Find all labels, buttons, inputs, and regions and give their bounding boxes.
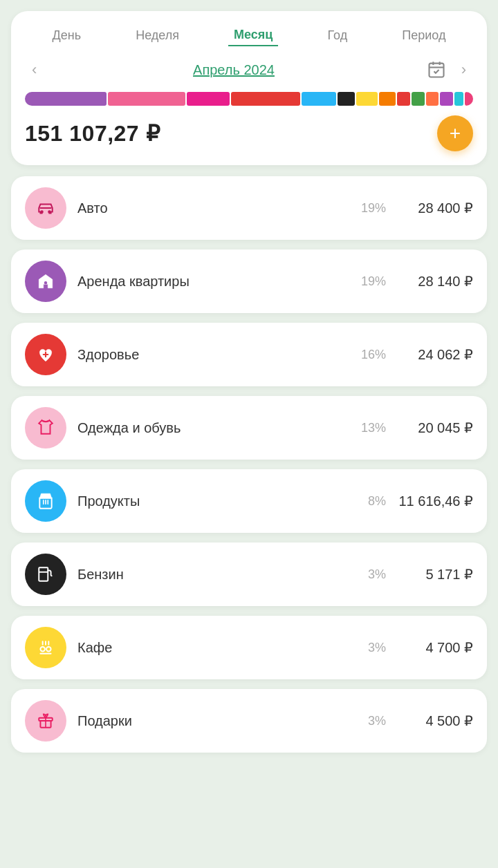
progress-bar (25, 92, 473, 106)
fuel-percent: 3% (358, 567, 386, 582)
progress-segment (412, 92, 425, 106)
progress-segment (338, 92, 355, 106)
cafe-icon (25, 627, 66, 668)
auto-amount: 28 400 ₽ (397, 200, 473, 216)
svg-rect-0 (429, 64, 443, 77)
progress-segment (454, 92, 463, 106)
top-card: День Неделя Месяц Год Период ‹ Апрель 20… (11, 11, 487, 165)
nav-row: ‹ Апрель 2024 › (25, 57, 473, 82)
category-card-groceries[interactable]: Продукты8%11 616,46 ₽ (11, 469, 487, 533)
clothes-name: Одежда и обувь (77, 420, 358, 436)
category-card-auto[interactable]: Авто19%28 400 ₽ (11, 176, 487, 240)
rent-percent: 19% (358, 274, 386, 289)
category-card-health[interactable]: Здоровье16%24 062 ₽ (11, 323, 487, 386)
cafe-amount: 4 700 ₽ (397, 639, 473, 656)
fuel-icon (25, 554, 66, 595)
tab-day[interactable]: День (47, 26, 87, 46)
clothes-percent: 13% (358, 421, 386, 435)
progress-segment (379, 92, 396, 106)
groceries-amount: 11 616,46 ₽ (397, 493, 473, 509)
tab-period[interactable]: Период (396, 26, 451, 46)
progress-segment (187, 92, 230, 106)
progress-segment (426, 92, 439, 106)
progress-segment (356, 92, 378, 106)
gifts-percent: 3% (358, 714, 386, 728)
category-card-rent[interactable]: Аренда квартиры19%28 140 ₽ (11, 249, 487, 313)
prev-button[interactable]: ‹ (25, 58, 44, 82)
svg-point-8 (40, 647, 44, 652)
gifts-icon (25, 700, 66, 742)
svg-point-6 (44, 281, 47, 284)
svg-point-9 (46, 647, 51, 652)
svg-point-4 (40, 210, 43, 213)
groceries-icon (25, 480, 66, 522)
groceries-name: Продукты (77, 493, 358, 509)
next-button[interactable]: › (454, 58, 473, 82)
tab-week[interactable]: Неделя (130, 26, 185, 46)
rent-amount: 28 140 ₽ (397, 273, 473, 290)
groceries-percent: 8% (358, 494, 386, 509)
period-tabs: День Неделя Месяц Год Период (25, 25, 473, 46)
tab-year[interactable]: Год (322, 26, 353, 46)
auto-name: Авто (77, 200, 358, 216)
rent-name: Аренда квартиры (77, 274, 358, 290)
progress-segment (108, 92, 185, 106)
category-card-fuel[interactable]: Бензин3%5 171 ₽ (11, 542, 487, 606)
rent-icon (25, 261, 66, 302)
current-period-title: Апрель 2024 (193, 62, 275, 78)
cafe-percent: 3% (358, 641, 386, 655)
health-icon (25, 334, 66, 375)
auto-percent: 19% (358, 201, 386, 216)
progress-segment (302, 92, 336, 106)
health-amount: 24 062 ₽ (397, 346, 473, 363)
clothes-amount: 20 045 ₽ (397, 419, 473, 436)
category-card-cafe[interactable]: Кафе3%4 700 ₽ (11, 616, 487, 679)
total-row: 151 107,27 ₽ + (25, 115, 473, 151)
calendar-icon[interactable] (424, 57, 449, 82)
fuel-amount: 5 171 ₽ (397, 566, 473, 583)
progress-segment (440, 92, 453, 106)
health-name: Здоровье (77, 347, 358, 363)
category-card-clothes[interactable]: Одежда и обувь13%20 045 ₽ (11, 396, 487, 460)
progress-segment (231, 92, 300, 106)
progress-segment (465, 92, 473, 106)
health-percent: 16% (358, 348, 386, 362)
tab-month[interactable]: Месяц (228, 25, 278, 46)
gifts-amount: 4 500 ₽ (397, 713, 473, 729)
clothes-icon (25, 407, 66, 449)
category-list: Авто19%28 400 ₽Аренда квартиры19%28 140 … (11, 176, 487, 753)
gifts-name: Подарки (77, 713, 358, 729)
auto-icon (25, 187, 66, 229)
total-amount: 151 107,27 ₽ (25, 120, 160, 147)
fuel-name: Бензин (77, 567, 358, 583)
progress-segment (25, 92, 107, 106)
add-button[interactable]: + (437, 115, 473, 151)
cafe-name: Кафе (77, 640, 358, 656)
svg-point-5 (48, 210, 50, 213)
app-container: День Неделя Месяц Год Период ‹ Апрель 20… (0, 0, 498, 868)
category-card-gifts[interactable]: Подарки3%4 500 ₽ (11, 689, 487, 753)
progress-segment (397, 92, 410, 106)
svg-rect-7 (39, 567, 48, 581)
